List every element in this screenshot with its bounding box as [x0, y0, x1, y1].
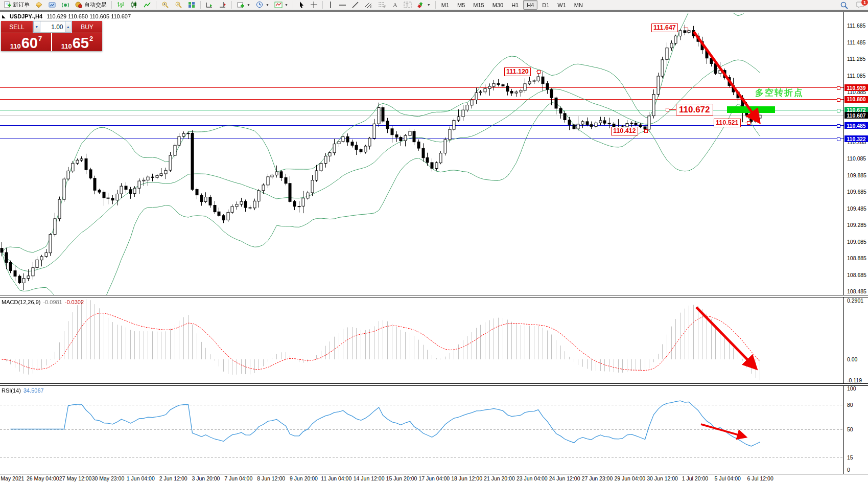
chart-shift-button[interactable]	[216, 0, 229, 10]
buy-price-pips: 65	[73, 36, 89, 50]
timeframe-m30[interactable]: M30	[489, 0, 507, 10]
vertical-line-icon	[327, 1, 334, 9]
price-axis[interactable]: 111.685111.485111.285111.085110.885110.2…	[843, 12, 868, 474]
timeframe-m5[interactable]: M5	[454, 0, 468, 10]
chart-surface[interactable]	[0, 12, 868, 482]
highlight-zone[interactable]	[727, 106, 775, 113]
price-tag-110.939: 110.939	[844, 84, 868, 91]
price-tick: 109.885	[847, 172, 866, 178]
toolbar-separator	[435, 1, 436, 9]
tile-windows-button[interactable]	[185, 0, 198, 10]
price-tick: 109.685	[847, 189, 866, 195]
time-tick: 1 Jun 04:00	[127, 475, 155, 481]
line-chart-button[interactable]	[140, 0, 154, 10]
text-label-button[interactable]: T	[401, 0, 415, 10]
symbol-title: USDJPY-,H4	[10, 13, 42, 19]
cursor-button[interactable]	[295, 0, 308, 10]
price-annotation-low1[interactable]: 110.412	[611, 127, 638, 135]
sell-price[interactable]: 110 60 7	[1, 33, 52, 51]
window-divider	[0, 10, 868, 12]
candlestick-chart-button[interactable]	[127, 0, 140, 10]
volume-stepper: ▼ ▲	[33, 21, 72, 33]
annotation-handle	[666, 108, 669, 111]
fibonacci-button[interactable]: F	[376, 0, 389, 10]
price-annotation-peak[interactable]: 111.647	[651, 24, 678, 32]
new-chart-button[interactable]: ▼	[234, 0, 253, 10]
timeframe-m1[interactable]: M1	[438, 0, 453, 10]
buy-price[interactable]: 110 65 2	[52, 33, 102, 51]
time-tick: 30 Jun 12:00	[647, 475, 678, 481]
chart-window[interactable]: MACD(12,26,9)-0.0981-0.0302 RSI(14)34.50…	[0, 12, 868, 482]
timeframe-m15[interactable]: M15	[470, 0, 487, 10]
volume-decrease-button[interactable]: ▼	[33, 21, 40, 33]
profiles-button[interactable]	[32, 0, 45, 10]
buy-button[interactable]: BUY	[72, 21, 102, 33]
text-label-icon: T	[404, 1, 412, 9]
price-tick: 111.285	[847, 56, 865, 62]
time-tick: 15 Jun 20:00	[386, 475, 417, 481]
volume-increase-button[interactable]: ▲	[65, 21, 72, 33]
toolbar-separator	[293, 1, 293, 9]
channel-button[interactable]: E	[362, 0, 376, 10]
time-axis[interactable]: 4 May 202126 May 04:0027 May 12:0030 May…	[0, 474, 868, 482]
time-tick: 3 Jun 20:00	[192, 475, 220, 481]
time-tick: 21 Jun 20:00	[484, 475, 515, 481]
zoom-out-button[interactable]	[172, 0, 185, 10]
time-tick: 14 Jun 12:00	[354, 475, 385, 481]
text-button[interactable]: A	[389, 0, 401, 10]
arrows-button[interactable]: ▼	[415, 0, 433, 10]
price-tick: 109.285	[847, 222, 866, 228]
time-tick: 4 May 2021	[0, 475, 24, 481]
new-order-label: 新订单	[13, 1, 30, 9]
rsi-axis-tick: 50	[847, 426, 853, 432]
crosshair-button[interactable]	[308, 0, 320, 10]
chinese-annotation: 多空转折点	[755, 87, 804, 99]
auto-scroll-button[interactable]	[203, 0, 216, 10]
horizontal-line-button[interactable]	[336, 0, 349, 10]
indicators-button[interactable]: ▼	[272, 0, 291, 10]
macd-label: MACD(12,26,9)-0.0981-0.0302	[2, 299, 84, 305]
volume-input[interactable]	[40, 21, 65, 33]
macd-axis-tick: 0.2901	[847, 297, 863, 304]
pane-separator[interactable]	[0, 383, 868, 386]
price-tick: 108.685	[847, 272, 866, 278]
market-watch-button[interactable]	[45, 0, 59, 10]
price-tick: 111.685	[847, 22, 865, 29]
price-annotation-high2[interactable]: 111.120	[504, 67, 531, 76]
bar-chart-button[interactable]	[114, 0, 127, 10]
annotation-handle	[644, 129, 648, 133]
price-tick: 110.085	[847, 155, 866, 162]
auto-scroll-icon	[205, 1, 214, 9]
pane-separator[interactable]	[0, 295, 868, 297]
main-toolbar: 新订单 自动交易 ▼ ▼ ▼ E F A T ▼	[0, 0, 868, 10]
toolbar-separator	[322, 1, 323, 9]
period-button[interactable]: ▼	[253, 0, 272, 10]
notifications-button[interactable]: 1	[856, 1, 865, 9]
zoom-in-button[interactable]	[158, 0, 172, 10]
price-tag-110.322: 110.322	[844, 135, 868, 142]
trendline-button[interactable]	[349, 0, 362, 10]
price-annotation-low2[interactable]: 110.521	[714, 119, 741, 127]
annotation-handle	[747, 121, 750, 125]
time-tick: 8 Jun 12:00	[257, 475, 285, 481]
sell-button[interactable]: SELL	[1, 21, 33, 33]
macd-axis-tick: 0.00	[847, 356, 857, 362]
signal-button[interactable]	[59, 0, 72, 10]
new-order-button[interactable]: 新订单	[1, 0, 32, 10]
timeframe-switcher: M1M5M15M30H1H4D1W1MN	[438, 0, 587, 10]
timeframe-d1[interactable]: D1	[538, 0, 553, 10]
timeframe-h1[interactable]: H1	[508, 0, 522, 10]
price-tag-110.607: 110.607	[844, 112, 868, 119]
rsi-axis-tick: 0	[847, 467, 850, 473]
auto-trading-button[interactable]: 自动交易	[72, 0, 109, 10]
timeframe-h4[interactable]: H4	[523, 0, 537, 10]
search-icon[interactable]	[840, 1, 849, 10]
time-tick: 6 Jul 12:00	[747, 475, 773, 481]
symbol-info-bar: ◣ USDJPY-,H4 110.629 110.650 110.605 110…	[2, 13, 131, 19]
vertical-line-button[interactable]	[325, 0, 336, 10]
rsi-axis-tick: 80	[847, 402, 853, 408]
timeframe-mn[interactable]: MN	[571, 0, 587, 10]
timeframe-w1[interactable]: W1	[554, 0, 570, 10]
price-annotation-level[interactable]: 110.672	[676, 104, 713, 116]
buy-price-point: 2	[89, 35, 93, 42]
